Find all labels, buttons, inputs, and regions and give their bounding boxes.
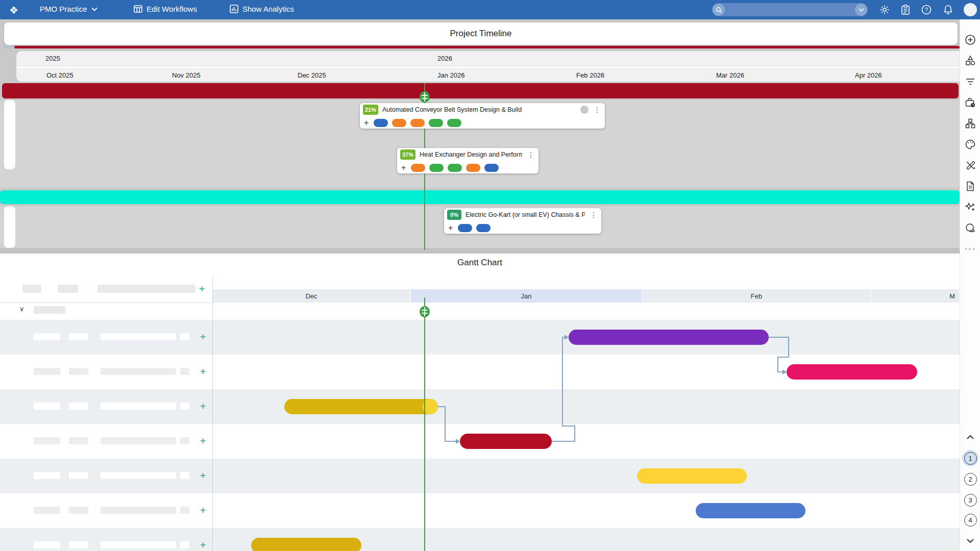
task-card[interactable]: 37%Heat Exchanger Design and Performan..… <box>397 148 538 173</box>
page-up-button[interactable] <box>962 429 978 445</box>
add-assignee-button[interactable]: + <box>448 223 453 233</box>
shapes-button[interactable] <box>964 55 976 67</box>
right-sidebar: ··· 1 2 3 4 <box>960 19 980 551</box>
month-label: Apr 2026 <box>855 71 882 79</box>
month-label: Jan 2026 <box>437 71 465 79</box>
filter-button[interactable] <box>964 76 976 88</box>
search-scope-dropdown[interactable] <box>855 4 867 16</box>
timeline-title-card: Project Timeline <box>4 22 958 45</box>
timeline-overview-bar[interactable] <box>14 46 960 48</box>
assignee-chip-blue[interactable] <box>458 224 472 232</box>
top-navbar: ❖ PMO Practice Edit Workflows Show Analy… <box>0 0 980 19</box>
page-number: 1 <box>964 452 977 465</box>
clipboard-icon <box>901 5 910 15</box>
gantt-bar-blue[interactable] <box>696 503 805 518</box>
palette-button[interactable] <box>964 138 976 151</box>
avatar[interactable] <box>964 3 977 16</box>
more-options-button[interactable]: ··· <box>964 243 976 255</box>
task-title: Heat Exchanger Design and Performan... <box>420 151 522 158</box>
page-button-4[interactable]: 4 <box>962 512 978 528</box>
assignee-chip-blue[interactable] <box>476 224 491 232</box>
status-circle[interactable] <box>580 106 589 114</box>
task-card[interactable]: 21%Automated Conveyor Belt System Design… <box>360 103 605 129</box>
add-item-button[interactable] <box>964 34 976 46</box>
briefcase-time-button[interactable] <box>964 96 976 109</box>
task-card[interactable]: 0%Electric Go-Kart (or small EV) Chassis… <box>444 208 601 234</box>
timeline-month-row: Oct 2025 Nov 2025 Dec 2025 Jan 2026 Feb … <box>16 67 960 82</box>
project-timeline-section: Project Timeline 2025 2026 Oct 2025 Nov … <box>0 19 960 254</box>
card-menu-button[interactable]: ⋮ <box>589 211 598 219</box>
page-number: 2 <box>964 473 977 486</box>
page-number: 4 <box>964 514 977 527</box>
lane-handle[interactable] <box>4 206 15 248</box>
workspace-menu-button[interactable]: PMO Practice <box>40 5 97 13</box>
chevron-down-icon <box>91 7 97 11</box>
progress-badge: 37% <box>400 149 415 160</box>
project-bar-red[interactable] <box>2 83 959 98</box>
today-marker-handle[interactable] <box>419 91 430 103</box>
assignee-chip-blue[interactable] <box>484 164 499 172</box>
lane-handle[interactable] <box>4 100 15 169</box>
year-label: 2026 <box>437 55 452 62</box>
add-assignee-button[interactable]: + <box>364 118 369 128</box>
ai-sparkles-button[interactable] <box>964 201 976 213</box>
add-assignee-button[interactable]: + <box>401 163 406 172</box>
timeline-year-row: 2025 2026 <box>16 51 960 66</box>
tasks-clipboard-button[interactable] <box>900 4 911 15</box>
help-button[interactable]: ? <box>921 4 932 15</box>
timeline-title: Project Timeline <box>450 29 512 39</box>
notifications-button[interactable] <box>942 4 953 15</box>
show-analytics-button[interactable]: Show Analytics <box>230 5 294 13</box>
month-label: Dec 2025 <box>298 71 326 79</box>
page-number: 3 <box>964 494 977 507</box>
search-icon[interactable] <box>713 4 725 16</box>
bell-icon <box>943 5 953 15</box>
timeline-bottom-edge <box>0 248 960 254</box>
progress-badge: 21% <box>363 105 378 115</box>
assignee-chip-orange[interactable] <box>466 164 480 172</box>
org-chart-button[interactable] <box>964 117 976 130</box>
page-button-1[interactable]: 1 <box>962 450 978 466</box>
assignee-chip-green[interactable] <box>429 119 443 127</box>
task-title: Automated Conveyor Belt System Design & … <box>382 106 576 113</box>
search-input[interactable] <box>712 3 868 16</box>
gear-icon <box>879 5 890 15</box>
gantt-bar-crimson[interactable] <box>460 434 552 449</box>
assignee-chip-orange[interactable] <box>411 164 425 172</box>
assignee-chip-green[interactable] <box>447 119 461 127</box>
progress-badge: 0% <box>447 210 461 220</box>
page-button-3[interactable]: 3 <box>962 492 978 508</box>
page-button-2[interactable]: 2 <box>962 471 978 487</box>
gantt-bar-pink[interactable] <box>787 364 917 380</box>
question-icon: ? <box>921 5 932 15</box>
settings-button[interactable] <box>879 4 890 15</box>
gantt-bar-yellow[interactable] <box>637 468 747 484</box>
design-tools-button[interactable] <box>964 159 976 171</box>
assignee-chip-blue[interactable] <box>374 119 388 127</box>
month-label: Mar 2026 <box>716 71 744 79</box>
month-label: Oct 2025 <box>46 71 74 79</box>
analytics-chart-icon <box>230 5 238 13</box>
gantt-bar-gold[interactable] <box>284 399 438 414</box>
assignee-chip-orange[interactable] <box>392 119 406 127</box>
page-down-button[interactable] <box>962 533 978 549</box>
document-button[interactable] <box>964 180 976 192</box>
edit-workflows-button[interactable]: Edit Workflows <box>134 5 197 13</box>
gantt-bar-gold2[interactable] <box>251 538 361 551</box>
app-logo-icon: ❖ <box>9 4 18 16</box>
assignee-chip-orange[interactable] <box>410 119 425 127</box>
card-menu-button[interactable]: ⋮ <box>526 151 535 159</box>
assignee-chip-green[interactable] <box>429 164 444 172</box>
year-label: 2025 <box>45 55 60 62</box>
lasso-select-button[interactable] <box>964 222 976 234</box>
gantt-today-line <box>424 297 425 551</box>
workflow-table-icon <box>134 5 142 13</box>
timeline-scrollbar-thumb[interactable] <box>3 45 14 49</box>
gantt-today-marker-handle[interactable] <box>419 306 430 318</box>
gantt-bar-purple[interactable] <box>569 330 769 345</box>
card-menu-button[interactable]: ⋮ <box>593 106 602 114</box>
workspace-label: PMO Practice <box>40 5 87 13</box>
project-bar-cyan[interactable] <box>0 190 960 204</box>
assignee-chip-green[interactable] <box>448 164 462 172</box>
edit-workflows-label: Edit Workflows <box>146 5 197 13</box>
